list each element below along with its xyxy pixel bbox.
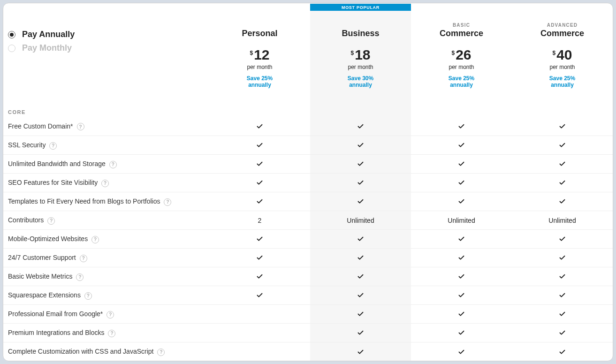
pay-monthly-radio[interactable]: Pay Monthly	[8, 41, 205, 55]
check-icon	[315, 235, 406, 243]
price-amount: 26	[456, 48, 471, 62]
pay-monthly-label: Pay Monthly	[22, 43, 72, 53]
plan-cell	[310, 249, 411, 267]
plan-cell	[411, 117, 512, 136]
check-icon	[416, 329, 507, 336]
plan-cell: 2	[209, 211, 310, 230]
plan-cell	[310, 342, 411, 361]
check-icon	[416, 142, 507, 149]
help-icon[interactable]: ?	[109, 161, 117, 168]
currency-symbol: $	[552, 50, 555, 56]
plan-cell	[411, 249, 512, 267]
plan-price: $18	[350, 48, 370, 62]
plan-cell	[209, 230, 310, 249]
plan-cell	[310, 267, 411, 286]
feature-row: Premium Integrations and Blocks?	[3, 324, 613, 342]
check-icon	[315, 329, 406, 336]
plan-cell	[512, 174, 613, 192]
plan-header: ADVANCEDCommerce$40per monthSave 25%annu…	[512, 11, 613, 91]
check-icon	[315, 142, 406, 149]
help-icon[interactable]: ?	[84, 292, 92, 300]
plan-cell	[310, 230, 411, 249]
feature-row: Unlimited Bandwidth and Storage?	[3, 155, 613, 174]
plan-cell	[209, 286, 310, 305]
feature-label: Templates to Fit Every Need from Blogs t…	[8, 197, 160, 205]
check-icon	[416, 273, 507, 280]
radio-selected-icon	[8, 31, 15, 38]
plan-cell	[411, 155, 512, 174]
plan-cell	[411, 342, 512, 361]
check-icon	[214, 254, 305, 261]
help-icon[interactable]: ?	[76, 273, 84, 281]
per-month-label: per month	[416, 64, 507, 70]
check-icon	[214, 235, 305, 243]
plan-cell	[209, 249, 310, 267]
feature-row: Professional Email from Google*?	[3, 305, 613, 324]
price-amount: 18	[355, 48, 370, 62]
check-icon	[416, 179, 507, 186]
feature-row: Contributors?2UnlimitedUnlimitedUnlimite…	[3, 211, 613, 230]
feature-label: Premium Integrations and Blocks	[8, 329, 104, 336]
plan-cell	[411, 286, 512, 305]
help-icon[interactable]: ?	[47, 217, 55, 225]
per-month-label: per month	[214, 64, 305, 70]
price-amount: 12	[254, 48, 269, 62]
plan-cell	[209, 155, 310, 174]
check-icon	[517, 329, 608, 336]
plan-cell	[512, 117, 613, 136]
help-icon[interactable]: ?	[101, 180, 109, 187]
help-icon[interactable]: ?	[80, 255, 87, 262]
plan-name: Commerce	[517, 29, 608, 38]
check-icon	[416, 160, 507, 167]
plan-cell	[310, 192, 411, 211]
check-icon	[517, 198, 608, 205]
plan-cell	[310, 286, 411, 305]
save-label: Save 25%annually	[517, 75, 608, 89]
feature-row: SEO Features for Site Visibility?	[3, 174, 613, 192]
plan-cell	[512, 192, 613, 211]
section-title: CORE	[8, 109, 26, 115]
check-icon	[214, 179, 305, 186]
plan-cell: Unlimited	[512, 211, 613, 230]
check-icon	[214, 160, 305, 167]
radio-unselected-icon	[8, 45, 15, 52]
plan-cell	[310, 305, 411, 324]
help-icon[interactable]: ?	[164, 198, 171, 206]
feature-row: 24/7 Customer Support?	[3, 249, 613, 267]
most-popular-badge: MOST POPULAR	[310, 4, 411, 11]
plan-cell	[209, 117, 310, 136]
feature-label: Unlimited Bandwidth and Storage	[8, 160, 106, 167]
check-icon	[416, 311, 507, 318]
plan-cell	[209, 324, 310, 342]
plan-header: Business$18per monthSave 30%annually	[310, 11, 411, 91]
check-icon	[416, 235, 507, 243]
check-icon	[315, 254, 406, 261]
help-icon[interactable]: ?	[77, 123, 84, 130]
pricing-table: MOST POPULARPay AnnuallyPay MonthlyPerso…	[3, 3, 613, 361]
feature-label: Free Custom Domain*	[8, 122, 73, 130]
check-icon	[315, 292, 406, 299]
help-icon[interactable]: ?	[91, 236, 99, 243]
help-icon[interactable]: ?	[108, 330, 115, 337]
help-icon[interactable]: ?	[49, 142, 57, 150]
help-icon[interactable]: ?	[157, 349, 165, 356]
plan-cell	[411, 230, 512, 249]
plan-cell	[209, 136, 310, 155]
save-label: Save 25%annually	[214, 75, 305, 89]
feature-label: Complete Customization with CSS and Java…	[8, 348, 153, 355]
help-icon[interactable]: ?	[106, 311, 114, 318]
plan-name: Commerce	[416, 29, 507, 38]
plan-cell	[209, 305, 310, 324]
check-icon	[214, 123, 305, 130]
check-icon	[315, 311, 406, 318]
plan-cell	[512, 136, 613, 155]
pay-annually-radio[interactable]: Pay Annually	[8, 28, 205, 41]
check-icon	[517, 349, 608, 356]
feature-row: SSL Security?	[3, 136, 613, 155]
plan-cell	[310, 117, 411, 136]
plan-cell	[209, 267, 310, 286]
check-icon	[517, 179, 608, 186]
plan-cell	[512, 324, 613, 342]
pricing-card: MOST POPULARPay AnnuallyPay MonthlyPerso…	[3, 3, 613, 361]
feature-label: 24/7 Customer Support	[8, 254, 76, 261]
